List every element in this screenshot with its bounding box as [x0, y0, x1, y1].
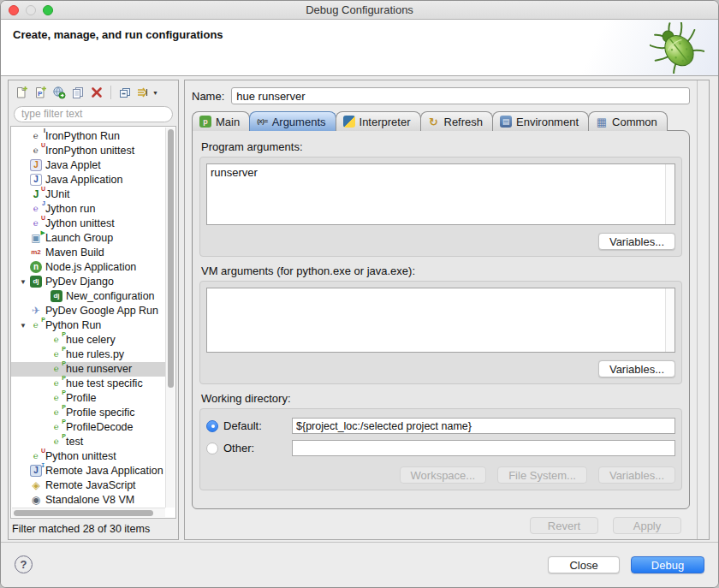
expander-caret-icon[interactable]: ▼ — [16, 322, 30, 330]
python-run-icon: ℮P — [51, 348, 62, 360]
tree-item-python-run[interactable]: ▼℮PPython Run — [11, 318, 165, 333]
workspace-button[interactable]: Workspace... — [400, 466, 487, 484]
tree-item-remote-java-application[interactable]: J↧Remote Java Application — [11, 464, 165, 478]
editor-scrollbar-track[interactable] — [697, 80, 709, 539]
tab-interpreter[interactable]: Interpreter — [336, 111, 421, 131]
other-radio-label: Other: — [223, 442, 292, 454]
python-run-icon: ℮P — [51, 436, 62, 448]
tree-item-launch-group[interactable]: ▣▶Launch Group — [11, 231, 165, 246]
other-radio[interactable] — [206, 442, 218, 454]
tree-item-pydev-google-app-run[interactable]: ✈PyDev Google App Run — [11, 304, 165, 318]
default-directory-row: Default: — [206, 418, 675, 434]
tree-item-hue-rules-py[interactable]: ℮Phue rules.py — [11, 347, 165, 362]
tab-environment[interactable]: ▤Environment — [492, 111, 589, 131]
file-system-button[interactable]: File System... — [497, 466, 587, 484]
default-radio-label: Default: — [223, 419, 292, 432]
working-directory-group: Default: Other: Workspace... File System… — [199, 408, 682, 490]
default-radio[interactable] — [206, 420, 218, 432]
sidebar-toolbar: P — [9, 80, 178, 104]
tree-item-maven-build[interactable]: m2Maven Build — [11, 246, 165, 260]
program-arguments-textarea[interactable]: runserver — [207, 164, 665, 224]
scrollbar-thumb[interactable] — [168, 129, 174, 388]
tree-item-label: Jython run — [45, 203, 95, 215]
other-directory-input[interactable] — [292, 440, 675, 456]
tree-item-ironpython-unittest[interactable]: ℮UIronPython unittest — [11, 144, 165, 158]
vm-variables-button[interactable]: Variables... — [598, 360, 675, 377]
help-button[interactable]: ? — [15, 555, 33, 573]
tree-item-remote-javascript[interactable]: ◈Remote JavaScript — [11, 478, 165, 493]
tab-arguments[interactable]: (x)=Arguments — [249, 111, 336, 131]
tree-item-hue-runserver[interactable]: ℮Phue runserver — [11, 362, 165, 377]
tab-label: Main — [216, 116, 240, 128]
close-window-icon[interactable] — [9, 5, 19, 15]
filter-menu-icon[interactable]: ▼ — [134, 84, 160, 101]
textarea-scrollbar[interactable] — [665, 164, 674, 224]
tree-item-ironpython-run[interactable]: ℮IIronPython Run — [11, 129, 165, 144]
program-arguments-buttons: Variables... — [206, 233, 675, 250]
tab-main[interactable]: pMain — [192, 111, 250, 131]
pydev-django-icon: dj — [30, 276, 42, 288]
default-directory-input[interactable] — [292, 418, 675, 434]
tree-item-label: ProfileDecode — [66, 421, 134, 433]
arguments-tab-panel: Program arguments: runserver Variables..… — [192, 130, 690, 509]
jython-run-icon: ℮J — [30, 203, 42, 215]
vm-arguments-textarea[interactable] — [207, 288, 665, 352]
tree-item-hue-celery[interactable]: ℮Phue celery — [11, 333, 165, 347]
revert-button[interactable]: Revert — [530, 517, 598, 534]
tree-item-standalone-v8-vm[interactable]: ◉Standalone V8 VM — [11, 493, 165, 508]
close-button[interactable]: Close — [548, 556, 620, 573]
tab-interpreter-icon — [343, 116, 355, 128]
filter-input[interactable] — [14, 106, 173, 122]
remote-java-icon: J↧ — [30, 465, 42, 477]
tree-vertical-scrollbar[interactable] — [165, 128, 175, 508]
tree-item-profile[interactable]: ℮PProfile — [11, 391, 165, 406]
tree-horizontal-scrollbar[interactable] — [12, 508, 165, 517]
apply-button[interactable]: Apply — [613, 517, 681, 534]
tree-item-java-application[interactable]: JJava Application — [11, 173, 165, 187]
tree-item-python-unittest[interactable]: ℮UPython unittest — [11, 449, 165, 464]
toolbar-separator — [110, 86, 111, 99]
titlebar: Debug Configurations — [1, 1, 718, 20]
zoom-window-icon[interactable] — [43, 5, 53, 15]
python-run-icon: ℮P — [51, 334, 62, 346]
new-configuration-icon[interactable] — [12, 84, 31, 101]
tree-item-new-configuration[interactable]: djNew_configuration — [11, 289, 165, 304]
tree-item-test[interactable]: ℮Ptest — [11, 435, 165, 449]
ironpython-run-icon: ℮I — [30, 130, 42, 142]
configurations-tree: ℮IIronPython Run℮UIronPython unittestJJa… — [10, 126, 176, 520]
tree-item-jython-run[interactable]: ℮JJython run — [11, 202, 165, 217]
program-variables-button[interactable]: Variables... — [598, 233, 675, 250]
tree-item-pydev-django[interactable]: ▼djPyDev Django — [11, 275, 165, 289]
duplicate-icon[interactable] — [68, 84, 87, 101]
tree-item-node-js-application[interactable]: nNode.js Application — [11, 260, 165, 275]
tab-common-icon: ▦ — [596, 116, 608, 128]
collapse-all-icon[interactable] — [116, 84, 134, 101]
export-configuration-icon[interactable] — [50, 84, 68, 101]
name-input[interactable] — [231, 87, 690, 104]
expander-caret-icon[interactable]: ▼ — [16, 278, 30, 286]
textarea-scrollbar[interactable] — [665, 288, 674, 352]
minimize-window-icon[interactable] — [26, 5, 36, 15]
tree-item-jython-unittest[interactable]: ℮UJython unittest — [11, 217, 165, 231]
debug-configurations-dialog: Debug Configurations Create, manage, and… — [0, 0, 719, 588]
tree-item-hue-test-specific[interactable]: ℮Phue test specific — [11, 377, 165, 391]
tree-item-label: Remote JavaScript — [45, 479, 136, 491]
tab-refresh[interactable]: ↻Refresh — [420, 111, 494, 131]
debug-button[interactable]: Debug — [631, 556, 704, 573]
traffic-lights — [9, 5, 53, 15]
vm-arguments-label: VM arguments (for python.exe or java.exe… — [201, 264, 682, 277]
new-prototype-icon[interactable]: P — [31, 84, 50, 101]
directory-variables-button[interactable]: Variables... — [598, 466, 675, 484]
configurations-sidebar: P — [8, 80, 179, 540]
tree-item-junit[interactable]: JUJUnit — [11, 187, 165, 202]
tree-list: ℮IIronPython Run℮UIronPython unittestJJa… — [11, 128, 165, 508]
python-run-icon: ℮P — [51, 421, 62, 433]
tree-item-java-applet[interactable]: JJava Applet — [11, 158, 165, 173]
tree-item-profile-specific[interactable]: ℮PProfile specific — [11, 406, 165, 420]
tab-common[interactable]: ▦Common — [588, 111, 668, 131]
tree-item-label: test — [66, 436, 83, 448]
delete-icon[interactable] — [87, 84, 106, 101]
scrollbar-thumb[interactable] — [14, 510, 153, 516]
tree-item-profiledecode[interactable]: ℮PProfileDecode — [11, 420, 165, 435]
tree-item-label: Java Applet — [45, 159, 101, 171]
